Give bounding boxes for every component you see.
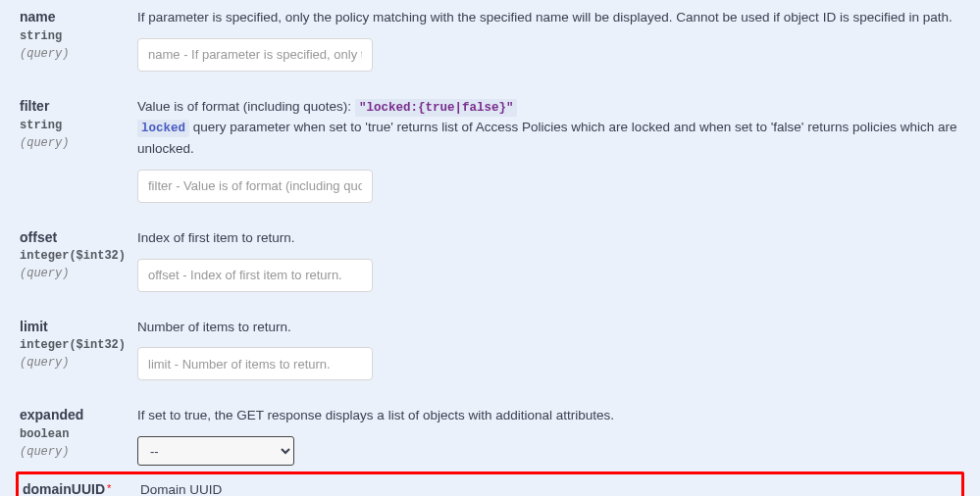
param-description: Domain UUID <box>140 480 957 496</box>
filter-code-locked: locked <box>137 120 189 137</box>
param-type-label: string <box>20 117 137 134</box>
param-type-label: integer($int32) <box>20 247 137 265</box>
param-description: Index of first item to return. <box>137 228 960 249</box>
highlight-domainuuid: domainUUID* required string (path) Domai… <box>16 471 964 496</box>
param-description: If parameter is specified, only the poli… <box>137 8 960 28</box>
param-name-label: filter <box>20 97 137 117</box>
param-row-expanded: expanded boolean (query) If set to true,… <box>20 398 960 471</box>
param-desc-col: If set to true, the GET response display… <box>137 406 960 466</box>
param-row-domainuuid: domainUUID* required string (path) Domai… <box>23 476 957 496</box>
param-meta: domainUUID* required string (path) <box>23 480 140 496</box>
domainuuid-name-text: domainUUID <box>23 481 105 496</box>
param-description: Number of items to return. <box>137 318 960 338</box>
filter-code-format: "locked:{true|false}" <box>355 99 518 117</box>
param-type-label: boolean <box>20 425 137 443</box>
param-type-label: integer($int32) <box>20 336 137 354</box>
param-in-label: (query) <box>20 443 137 461</box>
param-desc-col: Domain UUID <box>140 480 957 496</box>
filter-desc-rest: query parameter when set to 'true' retur… <box>137 120 956 155</box>
param-name-label: name <box>20 8 137 27</box>
filter-desc-prefix: Value is of format (including quotes): <box>137 99 355 114</box>
param-desc-col: Value is of format (including quotes): "… <box>137 97 960 203</box>
param-in-label: (query) <box>20 45 137 63</box>
param-desc-col: Index of first item to return. <box>137 228 960 292</box>
param-desc-col: If parameter is specified, only the poli… <box>137 8 960 72</box>
param-desc-col: Number of items to return. <box>137 318 960 381</box>
limit-input[interactable] <box>137 347 373 380</box>
param-meta: filter string (query) <box>20 97 137 203</box>
param-type-label: string <box>20 27 137 45</box>
param-name-label: expanded <box>20 406 137 425</box>
name-input[interactable] <box>137 38 373 72</box>
param-name-label: domainUUID* required <box>23 480 140 496</box>
param-meta: offset integer($int32) (query) <box>20 228 137 292</box>
filter-input[interactable] <box>137 170 373 203</box>
param-in-label: (query) <box>20 265 137 282</box>
param-meta: limit integer($int32) (query) <box>20 318 137 381</box>
param-description: If set to true, the GET response display… <box>137 406 960 426</box>
param-description: Value is of format (including quotes): "… <box>137 97 960 160</box>
param-meta: name string (query) <box>20 8 137 72</box>
param-row-limit: limit integer($int32) (query) Number of … <box>20 310 960 399</box>
param-name-label: limit <box>20 318 137 337</box>
param-in-label: (query) <box>20 354 137 372</box>
param-row-filter: filter string (query) Value is of format… <box>20 89 960 221</box>
param-row-name: name string (query) If parameter is spec… <box>20 0 960 89</box>
offset-input[interactable] <box>137 259 373 292</box>
param-name-label: offset <box>20 228 137 248</box>
param-row-offset: offset integer($int32) (query) Index of … <box>20 221 960 310</box>
expanded-select[interactable]: -- <box>137 436 294 466</box>
param-meta: expanded boolean (query) <box>20 406 137 466</box>
param-in-label: (query) <box>20 134 137 152</box>
